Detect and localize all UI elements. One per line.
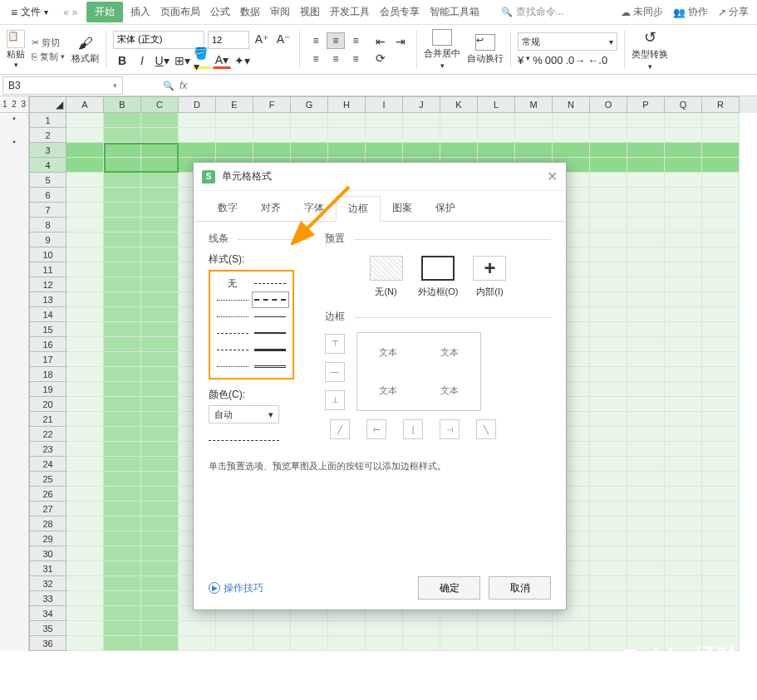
cell[interactable] <box>665 382 702 397</box>
col-header-J[interactable]: J <box>403 96 440 113</box>
cell[interactable] <box>627 262 665 277</box>
tab-view[interactable]: 视图 <box>295 2 325 22</box>
cell[interactable] <box>665 233 702 247</box>
cell[interactable] <box>702 158 740 173</box>
cell[interactable] <box>627 531 665 546</box>
cell[interactable] <box>702 397 740 412</box>
cell[interactable] <box>665 367 702 382</box>
row-header[interactable]: 5 <box>29 173 66 188</box>
cell[interactable] <box>665 531 702 546</box>
cell[interactable] <box>702 247 740 262</box>
cell[interactable] <box>66 307 104 322</box>
cell[interactable] <box>478 128 515 143</box>
col-header-E[interactable]: E <box>216 96 253 113</box>
border-bottom-button[interactable]: ⊥ <box>325 390 345 410</box>
cell[interactable] <box>627 561 665 576</box>
cut-button[interactable]: ✂剪切 <box>32 37 65 49</box>
cell[interactable] <box>141 472 179 487</box>
cell[interactable] <box>104 262 141 277</box>
style-double[interactable] <box>252 358 290 374</box>
cell[interactable] <box>665 487 702 502</box>
cell[interactable] <box>291 113 328 128</box>
row-header[interactable]: 14 <box>29 307 66 322</box>
tab-review[interactable]: 审阅 <box>265 2 295 22</box>
style-solid-med[interactable] <box>252 325 290 341</box>
col-header-M[interactable]: M <box>515 96 553 113</box>
indent-decrease[interactable]: ⇤ <box>371 33 390 50</box>
cell[interactable] <box>141 292 179 307</box>
border-preview[interactable]: 文本 文本 文本 文本 <box>356 332 481 411</box>
row-header[interactable]: 4 <box>29 158 66 173</box>
style-dot3[interactable] <box>214 358 252 374</box>
tab-formula[interactable]: 公式 <box>205 2 235 22</box>
align-bottom-right[interactable]: ≡ <box>347 51 365 67</box>
cell[interactable] <box>627 442 665 457</box>
cell[interactable] <box>141 397 179 412</box>
cell[interactable] <box>104 621 141 636</box>
align-bottom-left[interactable]: ≡ <box>307 51 325 67</box>
align-top-right[interactable]: ≡ <box>347 32 365 49</box>
cell[interactable] <box>627 367 665 382</box>
ok-button[interactable]: 确定 <box>418 576 480 600</box>
formula-input[interactable] <box>195 76 757 95</box>
cell[interactable] <box>665 158 702 173</box>
cell[interactable] <box>104 247 141 262</box>
border-middle-h-button[interactable]: — <box>325 362 345 382</box>
row-header[interactable]: 33 <box>29 591 66 606</box>
col-header-A[interactable]: A <box>66 96 104 113</box>
cell[interactable] <box>141 412 179 427</box>
sync-status[interactable]: ☁未同步 <box>621 5 663 19</box>
cell[interactable] <box>328 621 366 636</box>
cell[interactable] <box>253 128 291 143</box>
cell[interactable] <box>702 307 740 322</box>
cell[interactable] <box>66 606 104 621</box>
cell[interactable] <box>627 218 665 233</box>
row-header[interactable]: 23 <box>29 442 66 457</box>
cell[interactable] <box>440 113 478 128</box>
row-header[interactable]: 20 <box>29 397 66 412</box>
cell[interactable] <box>141 576 179 591</box>
italic-button[interactable]: I <box>133 52 151 69</box>
cell[interactable] <box>66 113 104 128</box>
cell[interactable] <box>66 128 104 143</box>
cell[interactable] <box>66 337 104 352</box>
cell[interactable] <box>553 128 590 143</box>
row-header[interactable]: 35 <box>29 621 66 636</box>
tab-page-layout[interactable]: 页面布局 <box>155 2 205 22</box>
cell[interactable] <box>291 621 328 636</box>
cell[interactable] <box>665 576 702 591</box>
row-header[interactable]: 24 <box>29 457 66 472</box>
tab-align[interactable]: 对齐 <box>249 196 292 221</box>
cell[interactable] <box>515 128 553 143</box>
file-menu[interactable]: 文件 <box>4 3 55 21</box>
cell[interactable] <box>702 472 740 487</box>
cell[interactable] <box>104 576 141 591</box>
row-header[interactable]: 21 <box>29 412 66 427</box>
cell[interactable] <box>702 203 740 218</box>
paste-button[interactable]: 📋 粘贴▾ <box>7 30 25 69</box>
row-header[interactable]: 29 <box>29 531 66 546</box>
cell[interactable] <box>665 188 702 203</box>
cell[interactable] <box>665 502 702 516</box>
cell[interactable] <box>141 442 179 457</box>
cell[interactable] <box>702 128 740 143</box>
col-header-P[interactable]: P <box>627 96 665 113</box>
cell[interactable] <box>141 546 179 561</box>
cell[interactable] <box>104 531 141 546</box>
cell[interactable] <box>141 277 179 292</box>
cell[interactable] <box>590 487 627 502</box>
cell[interactable] <box>104 292 141 307</box>
cell[interactable] <box>66 158 104 173</box>
cell[interactable] <box>216 113 253 128</box>
cell[interactable] <box>66 247 104 262</box>
cell[interactable] <box>665 218 702 233</box>
cell[interactable] <box>665 457 702 472</box>
col-header-O[interactable]: O <box>590 96 627 113</box>
cell[interactable] <box>328 128 366 143</box>
cell[interactable] <box>665 113 702 128</box>
cell[interactable] <box>665 173 702 188</box>
share-button[interactable]: ↗分享 <box>718 5 749 19</box>
preset-none[interactable]: 无(N) <box>370 256 403 298</box>
style-dashdot2[interactable] <box>214 325 252 341</box>
cell[interactable] <box>104 397 141 412</box>
